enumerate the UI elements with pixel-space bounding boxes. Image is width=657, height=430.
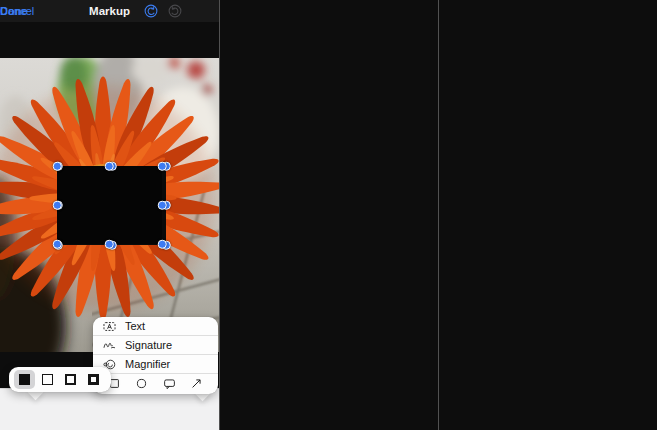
- nav-bar: Cancel Markup Done: [0, 0, 219, 22]
- menu-item-label: Signature: [125, 339, 172, 351]
- menu-item-signature[interactable]: Signature: [93, 336, 218, 355]
- speech-bubble-icon[interactable]: [163, 377, 176, 390]
- panel-divider: [219, 0, 220, 430]
- shape-style-popup: [9, 367, 111, 392]
- circle-shape-icon[interactable]: [135, 377, 148, 390]
- style-option-outline-thick[interactable]: [83, 370, 104, 389]
- resize-handle-e[interactable]: [158, 201, 167, 210]
- markup-screens: Cancel Markup Done Text Signature: [0, 0, 657, 430]
- redo-icon[interactable]: [168, 4, 182, 18]
- menu-item-text[interactable]: Text: [93, 317, 218, 336]
- menu-item-label: Text: [125, 320, 145, 332]
- style-option-filled[interactable]: [14, 370, 35, 389]
- insert-menu: Text Signature Magnifier: [93, 317, 218, 394]
- signature-icon: [103, 339, 116, 352]
- resize-handle-s[interactable]: [105, 240, 114, 249]
- menu-item-magnifier[interactable]: Magnifier: [93, 355, 218, 374]
- resize-handle-se[interactable]: [158, 240, 167, 249]
- panel-divider: [438, 0, 439, 430]
- style-option-outline-medium[interactable]: [60, 370, 81, 389]
- menu-item-label: Magnifier: [125, 358, 170, 370]
- done-button[interactable]: Done: [0, 0, 28, 22]
- arrow-shape-icon[interactable]: [190, 377, 203, 390]
- resize-handle-n[interactable]: [105, 162, 114, 171]
- resize-handle-ne[interactable]: [158, 162, 167, 171]
- style-option-outline-thin[interactable]: [37, 370, 58, 389]
- shape-row: [93, 374, 218, 393]
- rectangle-annotation-filled[interactable]: [57, 166, 162, 244]
- undo-icon[interactable]: [144, 4, 158, 18]
- text-box-icon: [103, 320, 116, 333]
- resize-handle-sw[interactable]: [53, 240, 62, 249]
- page-title: Markup: [0, 0, 219, 22]
- resize-handle-nw[interactable]: [53, 162, 62, 171]
- resize-handle-w[interactable]: [53, 201, 62, 210]
